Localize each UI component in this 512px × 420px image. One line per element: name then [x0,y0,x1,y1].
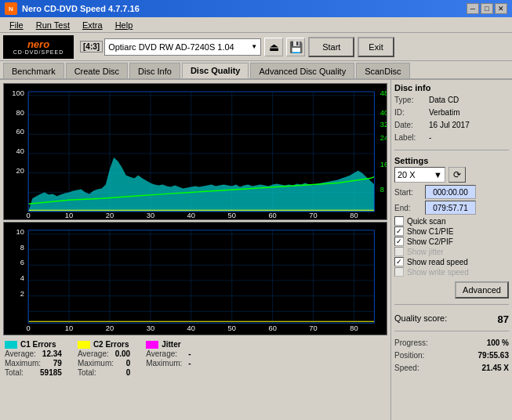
exit-button[interactable]: Exit [358,37,394,57]
tab-benchmark[interactable]: Benchmark [3,63,64,78]
show-c2-label: Show C2/PIF [407,237,453,246]
progress-label: Progress: [394,337,428,349]
legend-c1-avg: Average: 12.34 [5,349,62,358]
quality-score-row: Quality score: 87 [394,313,509,325]
disc-date-row: Date: 16 Jul 2017 [394,119,509,132]
end-time-input[interactable]: 079:57.71 [425,201,476,215]
legend-c1-total: Total: 59185 [5,368,62,377]
settings-title: Settings [394,156,509,165]
show-write-speed-label: Show write speed [407,268,469,277]
menu-bar: File Run Test Extra Help [0,17,512,33]
show-c1-checkbox[interactable]: ✓ [394,226,404,236]
svg-text:4: 4 [20,274,24,282]
show-c2-checkbox[interactable]: ✓ [394,237,404,246]
close-button[interactable]: ✕ [495,3,507,14]
top-chart: 100 80 60 40 20 48 40 32 24 16 8 0 10 20… [3,83,387,220]
show-read-speed-row: ✓ Show read speed [394,257,509,266]
show-c1-label: Show C1/PIE [407,227,453,236]
svg-text:70: 70 [309,212,317,219]
nero-logo-subtitle: CD·DVD/SPEED [13,49,64,55]
svg-text:20: 20 [16,167,24,175]
svg-text:40: 40 [187,212,195,219]
svg-rect-43 [4,223,387,335]
eject-icon[interactable]: ⏏ [264,38,283,56]
tab-disc-quality[interactable]: Disc Quality [182,63,249,78]
svg-text:80: 80 [350,212,358,219]
legend-jitter-max: Maximum: - [146,359,191,368]
disc-label-label: Label: [394,132,426,144]
legend-c1-color [5,341,17,349]
top-chart-svg: 100 80 60 40 20 48 40 32 24 16 8 0 10 20… [4,84,387,219]
menu-help[interactable]: Help [109,17,140,32]
disc-type-label: Type: [394,94,426,107]
svg-text:20: 20 [106,212,114,219]
svg-text:30: 30 [147,212,154,219]
title-bar: N Nero CD-DVD Speed 4.7.7.16 ─ □ ✕ [0,0,512,17]
svg-text:10: 10 [65,324,73,332]
svg-text:0: 0 [27,324,31,332]
tab-disc-info[interactable]: Disc Info [129,63,180,78]
disc-type-value: Data CD [429,94,459,107]
svg-text:50: 50 [228,212,236,219]
legend-c2-color [78,341,90,349]
drive-dropdown[interactable]: Optiarc DVD RW AD-7240S 1.04 ▼ [104,38,261,56]
minimize-button[interactable]: ─ [467,3,479,14]
menu-extra[interactable]: Extra [76,17,109,32]
progress-section: Progress: 100 % Position: 79:55.63 Speed… [394,337,509,375]
svg-text:100: 100 [12,89,24,97]
svg-text:48: 48 [380,89,387,97]
chart-area: 100 80 60 40 20 48 40 32 24 16 8 0 10 20… [0,80,390,420]
progress-row: Progress: 100 % [394,337,509,349]
show-jitter-checkbox[interactable] [394,247,404,256]
start-time-input[interactable]: 000:00.00 [425,185,476,199]
svg-text:70: 70 [309,324,317,332]
quick-scan-checkbox[interactable] [394,216,404,226]
nero-logo-text: nero [27,39,49,49]
position-label: Position: [394,349,424,362]
svg-text:30: 30 [147,324,154,332]
legend-c1: C1 Errors Average: 12.34 Maximum: 79 Tot… [5,340,62,377]
show-write-speed-checkbox[interactable] [394,267,404,277]
show-read-speed-checkbox[interactable]: ✓ [394,257,404,266]
svg-text:8: 8 [20,244,24,252]
drive-select: [4:3] Optiarc DVD RW AD-7240S 1.04 ▼ [80,38,261,56]
start-time-row: Start: 000:00.00 [394,185,509,199]
tab-scandisc[interactable]: ScanDisc [356,63,409,78]
speed-dropdown[interactable]: 20 X ▼ [394,167,445,183]
maximize-button[interactable]: □ [481,3,493,14]
refresh-button[interactable]: ⟳ [448,167,466,183]
svg-text:80: 80 [350,324,358,332]
position-row: Position: 79:55.63 [394,349,509,362]
tab-create-disc[interactable]: Create Disc [66,63,128,78]
svg-text:40: 40 [187,324,195,332]
legend-c2-total: Total: 0 [78,368,130,377]
start-button[interactable]: Start [308,37,354,57]
right-panel: Disc info Type: Data CD ID: Verbatim Dat… [390,80,512,420]
divider-3 [394,331,509,331]
advanced-button[interactable]: Advanced [455,281,509,299]
menu-file[interactable]: File [3,17,30,32]
legend-c2-max: Maximum: 0 [78,359,130,368]
show-c2-row: ✓ Show C2/PIF [394,237,509,246]
speed-label-progress: Speed: [394,362,419,375]
settings-section: Settings 20 X ▼ ⟳ Start: 000:00.00 End: … [394,156,509,299]
svg-text:40: 40 [380,109,387,117]
legend-c1-max: Maximum: 79 [5,359,62,368]
tab-advanced-disc-quality[interactable]: Advanced Disc Quality [250,63,354,78]
position-value: 79:55.63 [478,349,509,362]
bottom-chart-svg: 10 8 6 4 2 0 10 20 30 40 50 60 70 80 [4,223,387,335]
disc-label-row: Label: - [394,132,509,144]
menu-run-test[interactable]: Run Test [30,17,76,32]
save-icon[interactable]: 💾 [286,38,305,56]
disc-info-section: Disc info Type: Data CD ID: Verbatim Dat… [394,83,509,144]
disc-date-value: 16 Jul 2017 [429,119,470,132]
svg-text:16: 16 [380,161,387,168]
disc-id-row: ID: Verbatim [394,107,509,119]
quick-scan-label: Quick scan [407,217,445,226]
speed-row: 20 X ▼ ⟳ [394,167,509,183]
svg-text:10: 10 [65,212,73,219]
legend-c1-header: C1 Errors [5,340,62,349]
show-jitter-row: Show jitter [394,247,509,256]
svg-text:60: 60 [16,128,24,136]
legend-jitter-color [146,341,158,349]
